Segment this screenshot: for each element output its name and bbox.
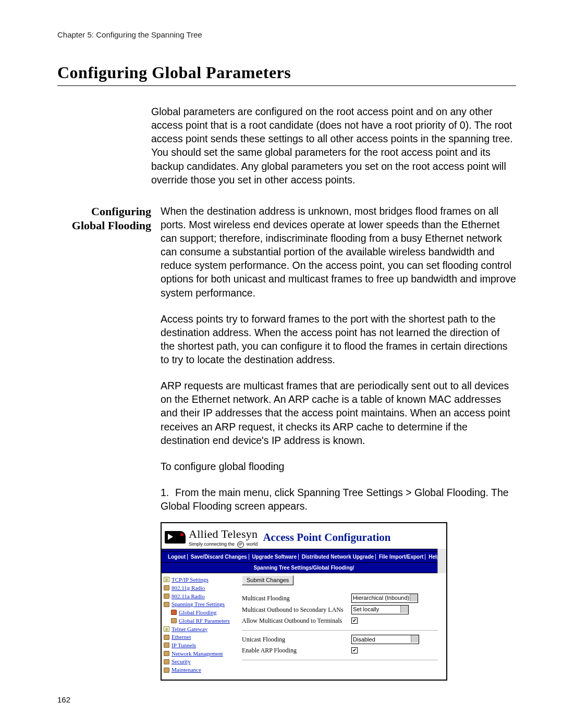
menu-file-import-export[interactable]: File Import/Export [377,554,426,560]
brand-logo: Allied Telesyn Simply connecting the IP … [165,526,258,548]
step-1-number: 1. [161,486,175,499]
nav-ip-tunnels[interactable]: IP Tunnels [172,641,196,649]
nav-telnet-gateway[interactable]: Telnet Gateway [172,625,207,633]
brand-tagline: Simply connecting the IP world [189,541,258,548]
folder-icon [164,585,169,590]
body-paragraph-4: To configure global flooding [161,460,516,473]
chevron-down-icon [402,608,407,611]
select-multicast-outbound-lans[interactable]: Set locally [351,605,409,614]
form-separator [242,660,438,660]
menu-logout[interactable]: Logout [166,554,188,560]
step-1: 1.From the main menu, click Spanning Tre… [161,486,516,513]
ui-menubar: Logout Save/Discard Changes Upgrade Soft… [162,552,446,562]
chevron-down-icon [413,638,417,640]
nav-spanning-tree-settings[interactable]: Spanning Tree Settings [172,600,225,608]
select-unicast-flooding[interactable]: Disabled [351,635,419,644]
menu-save-discard[interactable]: Save/Discard Changes [189,554,249,560]
side-heading-line1: Configuring [91,205,151,218]
brand-tag-pre: Simply connecting the [189,541,235,547]
nav-ethernet[interactable]: Ethernet [172,633,191,641]
nav-tcpip-settings[interactable]: TCP/IP Settings [172,576,209,584]
ui-body: TCP/IP Settings 802.11g Radio 802.11a Ra… [162,573,446,680]
folder-icon [164,659,169,664]
folder-icon [164,668,169,673]
checkbox-allow-multicast-terminals[interactable]: ✔ [351,618,358,624]
submit-changes-button[interactable]: Submit Changes [242,575,293,585]
select-multicast-outbound-lans-value: Set locally [353,606,379,613]
select-multicast-flooding[interactable]: Hierarchical (Inbound) [351,594,418,603]
side-heading-line2: Global Flooding [72,219,151,232]
checkbox-enable-arp-flooding[interactable]: ✔ [351,647,358,653]
ui-header: Allied Telesyn Simply connecting the IP … [162,523,446,549]
body-paragraph-3: ARP requests are multicast frames that a… [161,379,516,447]
folder-active-icon [171,610,177,615]
section-rule [57,85,516,86]
nav-maintenance[interactable]: Maintenance [172,666,201,674]
select-multicast-flooding-value: Hierarchical (Inbound) [353,594,409,602]
brand-name: Allied Telesyn [189,526,258,541]
chapter-heading: Chapter 5: Configuring the Spanning Tree [57,30,516,39]
brand-tag-ip: IP [237,541,244,548]
nav-80211g-radio[interactable]: 802.11g Radio [172,584,205,592]
label-unicast-flooding: Unicast Flooding [242,635,351,644]
label-enable-arp-flooding: Enable ARP Flooding [242,646,351,655]
menu-upgrade-software[interactable]: Upgrade Software [250,554,299,560]
step-1-text: From the main menu, click Spanning Tree … [161,487,509,512]
page-number: 162 [57,695,70,704]
folder-icon [164,651,169,656]
side-heading: Configuring Global Flooding [57,204,161,681]
body-paragraph-2: Access points try to forward frames to t… [161,312,516,367]
page-icon [164,626,169,632]
nav-tree: TCP/IP Settings 802.11g Radio 802.11a Ra… [164,575,242,674]
label-allow-multicast-terminals: Allow Multicast Outbound to Terminals [242,616,351,625]
brand-logo-icon [165,531,186,544]
brand-tag-post: world [247,541,258,547]
nav-global-rf-parameters[interactable]: Global RF Parameters [179,617,230,625]
nav-global-flooding[interactable]: Global Flooding [179,609,216,616]
nav-security[interactable]: Security [172,658,191,665]
folder-icon [164,594,169,599]
ui-breadcrumb: Spanning Tree Settings/Global Flooding/ [162,563,446,573]
nav-80211a-radio[interactable]: 802.11a Radio [172,593,205,600]
select-unicast-flooding-value: Disabled [353,636,375,644]
page-icon [164,577,169,582]
label-multicast-flooding: Multicast Flooding [242,594,351,602]
form-panel: Submit Changes Multicast Flooding Hierar… [242,575,438,674]
menu-distributed-upgrade[interactable]: Distributed Network Upgrade [300,554,376,560]
folder-icon [171,618,177,623]
nav-network-management[interactable]: Network Management [172,650,223,658]
chevron-down-icon [412,597,416,599]
label-multicast-outbound-lans: Multicast Outbound to Secondary LANs [242,606,351,614]
form-separator [242,630,438,631]
section-title: Configuring Global Parameters [57,63,516,82]
ui-header-title: Access Point Configuration [263,530,390,545]
folder-icon [164,635,169,640]
embedded-ui-window: ▲ ▼ Allied Telesyn Simply connecting the… [161,522,447,681]
intro-paragraph: Global parameters are configured on the … [151,105,516,187]
folder-icon [164,643,169,648]
body-paragraph-1: When the destination address is unknown,… [161,204,516,300]
folder-icon [164,602,169,607]
